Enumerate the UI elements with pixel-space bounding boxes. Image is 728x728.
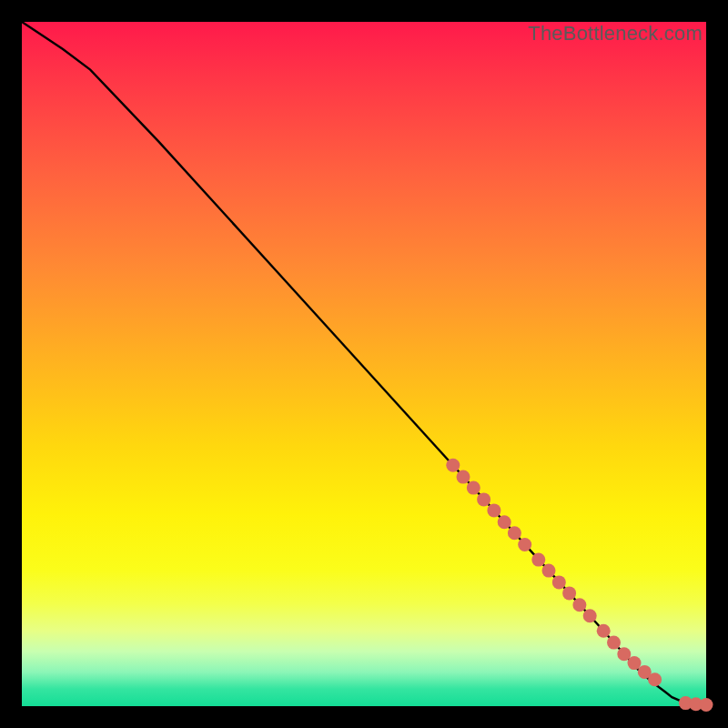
marker-dot xyxy=(572,598,586,612)
marker-dot xyxy=(508,526,521,540)
marker-dot xyxy=(583,609,597,622)
marker-group xyxy=(446,459,713,712)
marker-dot xyxy=(487,503,500,517)
bottleneck-curve xyxy=(22,22,706,705)
marker-dot xyxy=(562,586,576,600)
marker-dot xyxy=(498,515,511,529)
marker-dot xyxy=(531,553,545,567)
plot-area: TheBottleneck.com xyxy=(22,22,706,706)
chart-svg xyxy=(22,22,706,706)
marker-dot xyxy=(597,624,611,638)
marker-dot xyxy=(477,492,490,506)
marker-dot xyxy=(628,656,642,670)
marker-dot xyxy=(446,459,460,472)
marker-dot xyxy=(648,672,662,686)
marker-dot xyxy=(700,698,713,712)
marker-dot xyxy=(552,575,566,589)
marker-dot xyxy=(542,564,556,578)
marker-dot xyxy=(467,481,480,495)
marker-dot xyxy=(457,470,470,484)
marker-dot xyxy=(607,636,621,650)
marker-dot xyxy=(518,538,531,551)
